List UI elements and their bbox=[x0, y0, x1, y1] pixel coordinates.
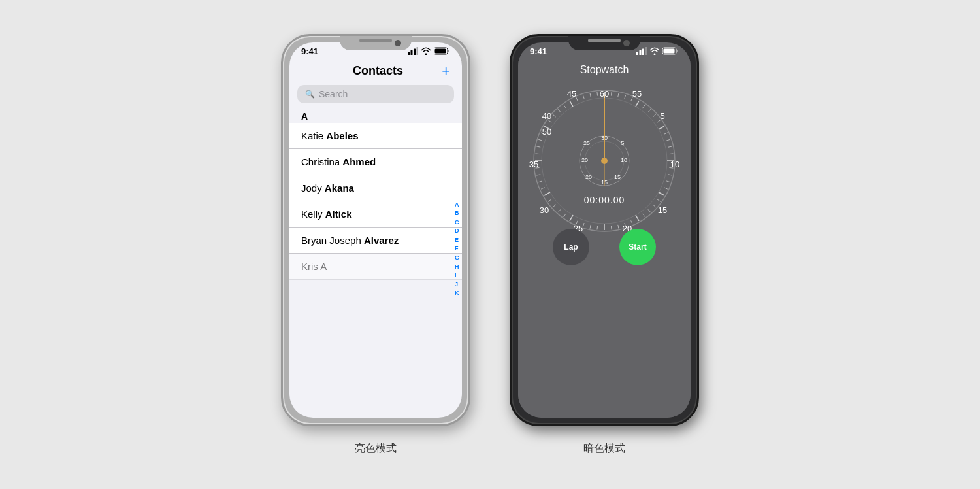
caption-dark: 暗色模式 bbox=[583, 442, 625, 456]
svg-text:20: 20 bbox=[581, 157, 588, 163]
svg-line-80 bbox=[548, 199, 551, 201]
svg-line-43 bbox=[618, 93, 619, 97]
alpha-c[interactable]: C bbox=[455, 218, 459, 227]
svg-line-48 bbox=[648, 109, 651, 112]
alphabet-index[interactable]: A B C D E F G H I J K bbox=[455, 201, 459, 298]
svg-rect-5 bbox=[448, 50, 449, 52]
svg-line-84 bbox=[536, 174, 540, 175]
search-placeholder: Search bbox=[319, 89, 348, 99]
screen-dark: 9:41 bbox=[518, 42, 691, 418]
search-bar[interactable]: 🔍 Search bbox=[297, 85, 454, 103]
list-item[interactable]: Kelly Altick bbox=[289, 201, 462, 228]
alpha-f[interactable]: F bbox=[455, 245, 459, 254]
svg-text:25: 25 bbox=[583, 140, 590, 146]
add-contact-button[interactable]: + bbox=[442, 63, 450, 80]
list-item[interactable]: Jody Akana bbox=[289, 175, 462, 201]
contact-first: Kris A bbox=[301, 261, 327, 272]
phone-light: 9:41 bbox=[281, 34, 470, 426]
alpha-j[interactable]: J bbox=[455, 280, 459, 289]
svg-line-64 bbox=[648, 209, 651, 212]
status-icons-dark bbox=[636, 47, 679, 55]
svg-rect-6 bbox=[435, 49, 446, 54]
svg-text:5: 5 bbox=[660, 111, 664, 121]
wifi-icon-dark bbox=[649, 47, 660, 55]
alpha-i[interactable]: I bbox=[455, 272, 459, 280]
svg-line-97 bbox=[576, 97, 578, 101]
alpha-b[interactable]: B bbox=[455, 210, 459, 218]
contact-last: Abeles bbox=[326, 130, 358, 141]
contact-last: Altick bbox=[325, 209, 352, 220]
svg-line-49 bbox=[653, 114, 655, 117]
speaker-dark bbox=[588, 39, 621, 42]
svg-line-62 bbox=[657, 199, 661, 201]
phone-dark: 9:41 bbox=[510, 34, 699, 426]
alpha-e[interactable]: E bbox=[455, 236, 459, 244]
svg-line-89 bbox=[538, 139, 542, 141]
alpha-g[interactable]: G bbox=[455, 254, 459, 263]
svg-line-81 bbox=[544, 192, 550, 195]
signal-icon bbox=[408, 47, 418, 55]
svg-text:40: 40 bbox=[542, 111, 551, 121]
svg-text:45: 45 bbox=[567, 89, 576, 99]
svg-rect-0 bbox=[408, 52, 410, 55]
svg-line-52 bbox=[664, 132, 667, 133]
svg-line-78 bbox=[558, 209, 561, 212]
svg-line-59 bbox=[666, 180, 670, 182]
svg-line-87 bbox=[536, 153, 540, 154]
lap-button[interactable]: Lap bbox=[553, 229, 589, 265]
svg-line-77 bbox=[564, 213, 566, 216]
svg-line-79 bbox=[553, 204, 555, 207]
alpha-d[interactable]: D bbox=[455, 228, 459, 236]
alpha-h[interactable]: H bbox=[455, 263, 459, 271]
contacts-header: Contacts + bbox=[289, 58, 462, 85]
list-item[interactable]: Katie Abeles bbox=[289, 123, 462, 149]
wifi-icon bbox=[421, 47, 431, 55]
status-time-dark: 9:41 bbox=[530, 46, 547, 56]
start-button[interactable]: Start bbox=[619, 229, 656, 265]
svg-line-58 bbox=[668, 174, 672, 175]
svg-line-83 bbox=[538, 180, 542, 182]
svg-line-65 bbox=[643, 213, 645, 216]
contacts-screen: Contacts + 🔍 Search A Katie Abeles Chris… bbox=[289, 58, 462, 280]
status-icons-light bbox=[408, 47, 450, 55]
dark-mode-wrapper: 9:41 bbox=[510, 34, 699, 456]
svg-line-99 bbox=[590, 93, 591, 97]
camera bbox=[395, 40, 401, 46]
stopwatch-header: Stopwatch bbox=[518, 58, 691, 80]
svg-text:00:00.00: 00:00.00 bbox=[584, 195, 625, 205]
list-item[interactable]: Christina Ahmed bbox=[289, 149, 462, 175]
svg-text:30: 30 bbox=[540, 205, 549, 215]
contact-first: Jody bbox=[301, 182, 325, 194]
svg-line-95 bbox=[564, 105, 566, 108]
svg-line-72 bbox=[597, 226, 598, 229]
svg-line-82 bbox=[541, 187, 544, 188]
alpha-k[interactable]: K bbox=[455, 290, 459, 298]
battery-icon bbox=[434, 47, 450, 55]
list-item[interactable]: Bryan Joseph Alvarez bbox=[289, 228, 462, 254]
alpha-a[interactable]: A bbox=[455, 201, 459, 209]
svg-line-94 bbox=[558, 109, 561, 112]
screen-light: 9:41 bbox=[289, 42, 462, 418]
svg-line-73 bbox=[590, 224, 591, 228]
contact-last: Akana bbox=[325, 182, 354, 194]
contact-first: Katie bbox=[301, 130, 326, 141]
caption-light: 亮色模式 bbox=[355, 442, 397, 456]
notch-dark bbox=[568, 36, 640, 50]
svg-rect-12 bbox=[677, 50, 678, 52]
svg-line-74 bbox=[583, 223, 584, 227]
dial-svg: // This will be generated inline via JS … bbox=[526, 82, 683, 239]
svg-line-100 bbox=[597, 92, 598, 95]
svg-line-42 bbox=[611, 92, 612, 95]
svg-rect-13 bbox=[664, 49, 675, 54]
svg-line-60 bbox=[664, 187, 667, 188]
list-item[interactable]: Kris A bbox=[289, 254, 462, 280]
svg-rect-10 bbox=[645, 47, 647, 55]
notch-light bbox=[340, 36, 412, 50]
camera-dark bbox=[623, 40, 630, 46]
stopwatch-screen: Stopwatch // This will be generated inli… bbox=[518, 58, 691, 418]
svg-line-69 bbox=[618, 224, 619, 228]
svg-text:20: 20 bbox=[585, 174, 592, 180]
svg-line-98 bbox=[583, 95, 584, 99]
svg-text:5: 5 bbox=[621, 140, 624, 146]
svg-line-53 bbox=[666, 139, 670, 141]
